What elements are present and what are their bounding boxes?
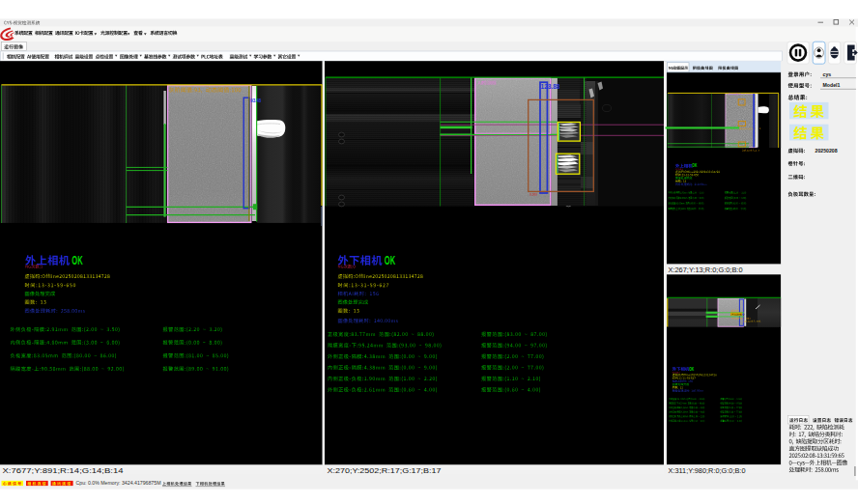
svg-text:X:7677;Y:891;R:14;G:14;B:14: X:7677;Y:891;R:14;G:14;B:14 [3, 466, 124, 475]
svg-text:20250208: 20250208 [815, 148, 838, 154]
svg-text:123.88: 123.88 [541, 83, 561, 90]
svg-text:93.48: 93.48 [250, 98, 261, 103]
svg-text:OK: OK [689, 366, 694, 372]
svg-text:Cpu: 0.0% Memory: 3424.4179687: Cpu: 0.0% Memory: 3424.41796875M [76, 481, 161, 486]
svg-text:OK: OK [692, 162, 697, 168]
svg-text:X:311;Y:980;R:0;G:0;B:0: X:311;Y:980;R:0;G:0;B:0 [669, 466, 746, 475]
svg-text:X:270;Y:2502;R:17;G:17;B:17: X:270;Y:2502;R:17;G:17;B:17 [328, 466, 442, 475]
svg-text:Model1: Model1 [823, 82, 841, 88]
svg-text:OK: OK [385, 253, 396, 267]
svg-text:cys: cys [823, 71, 832, 77]
svg-text:OK: OK [72, 253, 83, 267]
svg-text:X:267;Y:13;R:0;G:0;B:0: X:267;Y:13;R:0;G:0;B:0 [669, 266, 743, 274]
